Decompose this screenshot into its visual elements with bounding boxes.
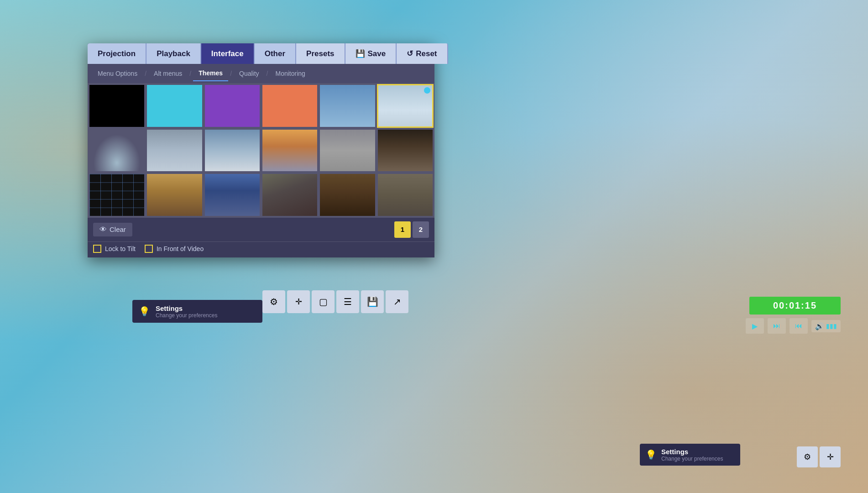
tabs-row: Projection Playback Interface Other Pres… — [88, 43, 434, 64]
theme-sunset[interactable] — [261, 129, 318, 173]
in-front-of-video-option[interactable]: In Front of Video — [145, 245, 204, 253]
subnav: Menu Options / Alt menus / Themes / Qual… — [88, 64, 434, 83]
subnav-monitoring[interactable]: Monitoring — [270, 66, 310, 81]
gear-icon-2: ⚙ — [804, 452, 811, 462]
tab-reset[interactable]: ↺ Reset — [397, 43, 448, 64]
volume-icon: 🔊 — [815, 322, 824, 330]
theme-room5[interactable] — [377, 173, 434, 217]
settings-subtitle-2: Change your preferences — [661, 456, 723, 462]
toolbar-square-button[interactable]: ▢ — [312, 290, 335, 313]
theme-cyan[interactable] — [146, 84, 203, 128]
theme-grid[interactable] — [89, 173, 145, 217]
settings-bulb-icon-2: 💡 — [645, 449, 657, 460]
toolbar-gear-button[interactable]: ⚙ — [262, 290, 285, 313]
save-icon: 💾 — [367, 296, 378, 307]
subnav-themes[interactable]: Themes — [193, 66, 228, 81]
theme-landscape1[interactable] — [89, 129, 145, 173]
options-row: Lock to Tilt In Front of Video — [88, 241, 434, 257]
axes-icon: ✛ — [295, 297, 302, 307]
settings-subtitle: Change your preferences — [156, 312, 217, 319]
axes-icon-2: ✛ — [827, 452, 834, 462]
theme-room4[interactable] — [319, 173, 376, 217]
page-buttons: 1 2 — [394, 221, 429, 238]
timer-bar: 00:01:15 — [749, 297, 841, 315]
theme-sky1[interactable] — [319, 84, 376, 128]
settings-bar-2: 💡 Settings Change your preferences — [640, 444, 740, 466]
prev-button[interactable]: ⏮ — [790, 318, 808, 334]
subnav-sep-3: / — [228, 70, 234, 77]
clear-button[interactable]: 👁 Clear — [93, 223, 132, 236]
volume-area: 🔊 ▮▮▮ — [811, 320, 841, 332]
subnav-alt-menus[interactable]: Alt menus — [148, 66, 188, 81]
theme-room1[interactable] — [146, 173, 203, 217]
theme-clouds1[interactable] — [146, 129, 203, 173]
theme-sky-selected[interactable] — [377, 84, 434, 128]
volume-bars-icon: ▮▮▮ — [826, 322, 837, 330]
page-2-button[interactable]: 2 — [413, 221, 429, 238]
theme-room2[interactable] — [204, 173, 261, 217]
toolbar-row: ⚙ ✛ ▢ ☰ 💾 ↗ — [262, 290, 408, 313]
lock-to-tilt-checkbox[interactable] — [93, 245, 101, 253]
gear-icon: ⚙ — [270, 296, 278, 307]
theme-fireplace[interactable] — [377, 129, 434, 173]
toolbar-save-button[interactable]: 💾 — [361, 290, 384, 313]
theme-grid — [88, 83, 434, 218]
theme-room3[interactable] — [261, 173, 318, 217]
toolbar-2-group: ⚙ ✛ — [797, 446, 841, 467]
subnav-menu-options[interactable]: Menu Options — [92, 66, 143, 81]
in-front-checkbox[interactable] — [145, 245, 153, 253]
prev-icon: ⏮ — [795, 322, 802, 330]
subnav-sep-1: / — [143, 70, 148, 77]
export-icon: ↗ — [393, 296, 401, 307]
player-area: 00:01:15 ▶ ⏭ ⏮ 🔊 ▮▮▮ — [746, 297, 841, 334]
square-icon: ▢ — [319, 296, 328, 307]
settings-title-2: Settings — [661, 448, 723, 456]
theme-orange[interactable] — [261, 84, 318, 128]
save-disk-icon: 💾 — [356, 49, 365, 58]
play-icon: ▶ — [752, 322, 758, 330]
settings-panel: Projection Playback Interface Other Pres… — [88, 43, 434, 257]
settings-text-2: Settings Change your preferences — [661, 448, 723, 462]
tab-interface[interactable]: Interface — [201, 43, 255, 64]
settings-bar: 💡 Settings Change your preferences — [132, 300, 262, 323]
toolbar-list-button[interactable]: ☰ — [336, 290, 359, 313]
settings-bulb-icon: 💡 — [139, 306, 150, 317]
next-button[interactable]: ⏭ — [768, 318, 786, 334]
settings-text: Settings Change your preferences — [156, 304, 217, 319]
tab-projection[interactable]: Projection — [88, 43, 146, 64]
page-1-button[interactable]: 1 — [394, 221, 411, 238]
tab-other[interactable]: Other — [255, 43, 296, 64]
toolbar-axes-button[interactable]: ✛ — [287, 290, 310, 313]
toolbar-export-button[interactable]: ↗ — [386, 290, 408, 313]
theme-gray-clouds[interactable] — [319, 129, 376, 173]
theme-clouds2[interactable] — [204, 129, 261, 173]
toolbar2-axes-button[interactable]: ✛ — [820, 446, 841, 467]
tab-presets[interactable]: Presets — [296, 43, 345, 64]
tab-save[interactable]: 💾 Save — [345, 43, 397, 64]
clear-icon: 👁 — [99, 226, 107, 234]
reset-icon: ↺ — [407, 49, 413, 58]
bottom-controls: 👁 Clear 1 2 — [88, 218, 434, 241]
play-button[interactable]: ▶ — [746, 318, 764, 334]
lock-to-tilt-option[interactable]: Lock to Tilt — [93, 245, 136, 253]
toolbar2-gear-button[interactable]: ⚙ — [797, 446, 818, 467]
playback-controls: ▶ ⏭ ⏮ 🔊 ▮▮▮ — [746, 318, 841, 334]
list-icon: ☰ — [344, 296, 352, 307]
next-icon: ⏭ — [773, 322, 780, 330]
tab-playback[interactable]: Playback — [146, 43, 201, 64]
theme-purple[interactable] — [204, 84, 261, 128]
subnav-sep-2: / — [188, 70, 193, 77]
settings-title: Settings — [156, 304, 217, 312]
subnav-quality[interactable]: Quality — [234, 66, 265, 81]
theme-black[interactable] — [89, 84, 145, 128]
subnav-sep-4: / — [265, 70, 270, 77]
